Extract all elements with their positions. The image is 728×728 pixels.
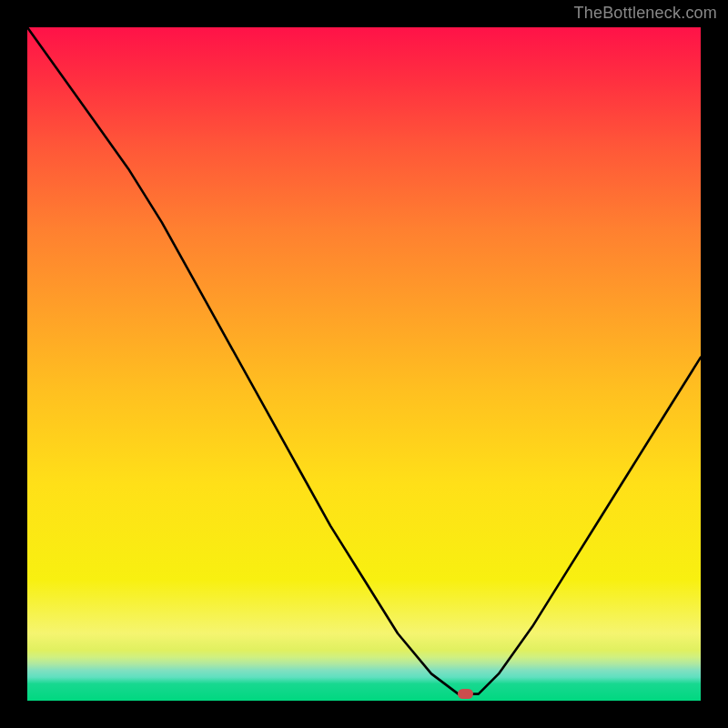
watermark-text: TheBottleneck.com xyxy=(574,4,717,23)
curve-path xyxy=(27,27,701,694)
plot-area xyxy=(27,27,701,701)
bottleneck-curve xyxy=(27,27,701,701)
optimum-marker xyxy=(458,689,473,699)
chart-container: TheBottleneck.com xyxy=(0,0,728,728)
